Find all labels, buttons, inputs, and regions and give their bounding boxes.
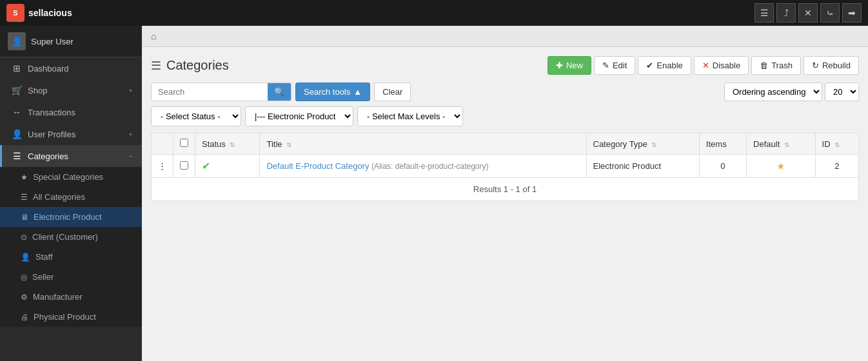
per-page-select[interactable]: 20 [825,83,859,101]
default-cell: ★ [747,155,816,178]
new-button[interactable]: ✚ New [547,56,591,75]
rebuild-button[interactable]: ↻ Rebuild [804,56,859,75]
sidebar-item-label: Shop [28,86,47,95]
results-text: Results 1 - 1 of 1 [152,178,859,201]
page-content: ☰ Categories ✚ New ✎ Edit ✔ Enable [142,47,868,210]
search-tools-label: Search tools [304,87,350,97]
enable-icon: ✔ [646,61,653,70]
sidebar-item-manufacturer[interactable]: ⚙ Manufacturer [0,287,142,307]
search-button[interactable]: 🔍 [268,83,291,101]
categories-submenu: ★ Special Categories ☰ All Categories 🖥 … [0,167,142,327]
physical-product-icon: 🖨 [21,313,28,322]
col-status: Status ⇅ [195,133,260,155]
page-toolbar: ☰ Categories ✚ New ✎ Edit ✔ Enable [151,56,859,75]
sidebar-item-dashboard[interactable]: ⊞ Dashboard [0,57,142,79]
resize-icon[interactable]: ⤿ [820,3,840,23]
ordering-select[interactable]: Ordering ascending [724,83,822,101]
sidebar-item-staff[interactable]: 👤 Staff [0,247,142,267]
chevron-up-icon: ▲ [353,87,362,97]
data-table: Status ⇅ Title ⇅ Category Type ⇅ Items [151,133,859,201]
col-default: Default ⇅ [747,133,816,155]
row-checkbox[interactable] [180,161,188,170]
clear-button[interactable]: Clear [374,83,411,101]
edit-button[interactable]: ✎ Edit [594,56,635,75]
joomla-icon[interactable]: ✕ [798,3,818,23]
sidebar-item-transactions[interactable]: ↔ Transactions [0,101,142,123]
sidebar-item-client[interactable]: ⊙ Client (Customer) [0,227,142,247]
expand-icon: + [129,130,133,138]
user-profiles-icon: 👤 [11,129,23,139]
search-bar: 🔍 Search tools ▲ Clear Ordering ascendin… [151,83,859,101]
sidebar-item-all-categories[interactable]: ☰ All Categories [0,187,142,207]
items-cell: 0 [699,155,746,178]
results-row: Results 1 - 1 of 1 [152,178,859,201]
col-items: Items [699,133,746,155]
col-title: Title ⇅ [260,133,586,155]
col-id: ID ⇅ [815,133,858,155]
sidebar-user: 👤 Super User [0,26,142,57]
sort-icon: ⇅ [230,141,235,148]
col-handle [152,133,173,155]
logo: S sellacious [6,4,72,22]
external-link-icon[interactable]: ⤴ [776,3,796,23]
sub-item-label: All Categories [33,192,85,202]
all-categories-icon: ☰ [21,193,28,202]
expand-icon: + [129,86,133,94]
categories-icon: ☰ [11,151,23,161]
search-input[interactable] [152,83,268,101]
shop-icon: 🛒 [11,85,23,95]
sub-item-label: Special Categories [33,172,103,182]
content-header: ⌂ [142,26,868,47]
home-icon[interactable]: ⌂ [151,31,156,41]
transactions-icon: ↔ [11,107,23,117]
ordering-wrapper: Ordering ascending 20 [724,83,859,101]
trash-icon: 🗑 [760,61,768,70]
top-bar-icons: ☰ ⤴ ✕ ⤿ ➡ [755,3,862,23]
disable-icon: ✕ [702,61,709,70]
sidebar-item-electronic-product[interactable]: 🖥 Electronic Product [0,207,142,227]
sub-item-label: Seller [32,272,54,282]
filter-bar: - Select Status - |--- Electronic Produc… [151,106,859,126]
sidebar-item-physical-product[interactable]: 🖨 Physical Product [0,307,142,327]
sort-icon: ⇅ [784,141,789,148]
category-filter[interactable]: |--- Electronic Product [245,106,353,126]
sub-item-label: Client (Customer) [32,232,98,242]
client-icon: ⊙ [21,233,27,242]
sub-item-label: Manufacturer [33,292,83,302]
avatar: 👤 [8,32,26,50]
sidebar-item-user-profiles[interactable]: 👤 User Profiles + [0,123,142,145]
sidebar-item-categories[interactable]: ☰ Categories − [0,145,142,167]
title-cell: Default E-Product Category (Alias: defau… [260,155,586,178]
manufacturer-icon: ⚙ [21,293,28,302]
search-tools-button[interactable]: Search tools ▲ [295,83,370,101]
logo-text: sellacious [28,8,72,18]
electronic-product-icon: 🖥 [21,213,28,222]
title-link[interactable]: Default E-Product Category (Alias: defau… [266,161,488,171]
clear-label: Clear [382,87,402,97]
search-input-wrapper: 🔍 [151,83,291,101]
seller-icon: ◎ [21,273,27,282]
trash-button[interactable]: 🗑 Trash [751,56,801,75]
sidebar-item-special-categories[interactable]: ★ Special Categories [0,167,142,187]
new-icon: ✚ [556,61,563,70]
content-area: ⌂ ☰ Categories ✚ New ✎ Edit [142,26,868,361]
max-levels-filter[interactable]: - Select Max Levels - [357,106,463,126]
toolbar-buttons: ✚ New ✎ Edit ✔ Enable ✕ Disable [547,56,859,75]
logo-icon: S [6,4,25,22]
select-all-checkbox[interactable] [180,139,188,147]
sub-item-label: Electronic Product [34,212,102,222]
disable-button[interactable]: ✕ Disable [694,56,749,75]
page-title-text: Categories [166,58,229,73]
menu-toggle-icon[interactable]: ☰ [755,3,774,23]
username: Super User [31,37,74,46]
main-layout: 👤 Super User ⊞ Dashboard 🛒 Shop + ↔ Tran… [0,26,868,361]
default-star-icon: ★ [776,161,785,171]
staff-icon: 👤 [21,253,30,262]
sidebar-item-shop[interactable]: 🛒 Shop + [0,79,142,101]
status-filter[interactable]: - Select Status - [151,106,241,126]
enable-button[interactable]: ✔ Enable [638,56,691,75]
drag-handle[interactable]: ⋮ [152,155,173,178]
forward-icon[interactable]: ➡ [842,3,862,23]
sidebar-item-label: Transactions [28,108,75,117]
sidebar-item-seller[interactable]: ◎ Seller [0,267,142,287]
